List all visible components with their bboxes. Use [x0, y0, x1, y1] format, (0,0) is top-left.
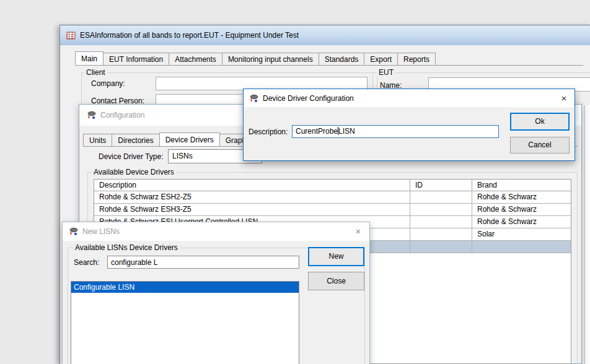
client-group-label: Client [84, 68, 107, 77]
right-edge-panel-fragment [584, 105, 590, 364]
available-drivers-group-label: Available Device Drivers [92, 168, 176, 176]
new-lisns-dialog: New LISNs × Available LISNs Device Drive… [62, 222, 370, 364]
new-lisns-title: New LISNs [82, 227, 120, 236]
tab-units[interactable]: Units [83, 134, 112, 146]
tab-monitoring-input-channels[interactable]: Monitoring input channels [222, 53, 319, 65]
configuration-title: Configuration [100, 111, 144, 119]
screen: ESAInformation of all bands to report.EU… [0, 0, 590, 364]
main-tabstrip: MainEUT InformationAttachmentsMonitoring… [75, 51, 435, 66]
table-header-row: Description ID Brand [94, 180, 571, 191]
main-window-title: ESAInformation of all bands to report.EU… [80, 31, 299, 40]
table-row[interactable]: Rohde & Schwarz ESH2-Z5 Rohde & Schwarz [94, 191, 571, 204]
list-item-configurable-lisn[interactable]: Configurable LISN [71, 282, 299, 293]
description-label: Description: [249, 128, 288, 136]
tab-attachments[interactable]: Attachments [169, 53, 222, 65]
search-input[interactable] [107, 256, 299, 269]
tab-device-drivers[interactable]: Device Drivers [159, 132, 220, 146]
description-input[interactable]: CurentProbeLISN [292, 125, 499, 138]
cancel-button[interactable]: Cancel [510, 137, 570, 154]
column-header-id[interactable]: ID [410, 180, 472, 191]
device-icon [87, 110, 97, 120]
app-icon [66, 31, 76, 40]
ddc-titlebar[interactable]: Device Driver Configuration [244, 89, 575, 107]
ok-button[interactable]: Ok [510, 113, 570, 131]
tab-eut-information[interactable]: EUT Information [103, 53, 169, 65]
device-driver-type-label: Device Driver Type: [99, 152, 163, 161]
tab-directories[interactable]: Directories [112, 134, 159, 146]
close-icon[interactable]: × [353, 226, 364, 237]
new-button[interactable]: New [308, 247, 364, 266]
close-button[interactable]: Close [308, 272, 364, 290]
column-header-brand[interactable]: Brand [472, 180, 571, 191]
tab-export[interactable]: Export [364, 53, 398, 65]
main-window-titlebar[interactable]: ESAInformation of all bands to report.EU… [60, 25, 590, 45]
device-driver-configuration-dialog: Device Driver Configuration × Descriptio… [243, 89, 575, 161]
device-icon [69, 227, 79, 236]
tab-reports[interactable]: Reports [397, 53, 436, 65]
column-header-description[interactable]: Description [94, 180, 410, 191]
device-icon [249, 93, 259, 103]
new-lisns-titlebar[interactable]: New LISNs [63, 222, 369, 241]
tab-main[interactable]: Main [75, 51, 103, 65]
available-lisns-group-label: Available LISNs Device Drivers [73, 243, 180, 252]
close-icon[interactable]: × [558, 93, 570, 104]
description-text-after-caret: LISN [338, 127, 355, 136]
company-label: Company: [91, 79, 125, 88]
lisns-driver-list[interactable]: Configurable LISN [71, 281, 299, 364]
description-text-before-caret: CurentProbe [296, 127, 338, 136]
eut-group-label: EUT [377, 68, 395, 77]
tab-standards[interactable]: Standards [319, 53, 365, 65]
table-row[interactable]: Rohde & Schwarz ESH3-Z5 Rohde & Schwarz [94, 204, 571, 216]
ddc-title: Device Driver Configuration [263, 94, 354, 103]
search-label: Search: [74, 258, 99, 267]
